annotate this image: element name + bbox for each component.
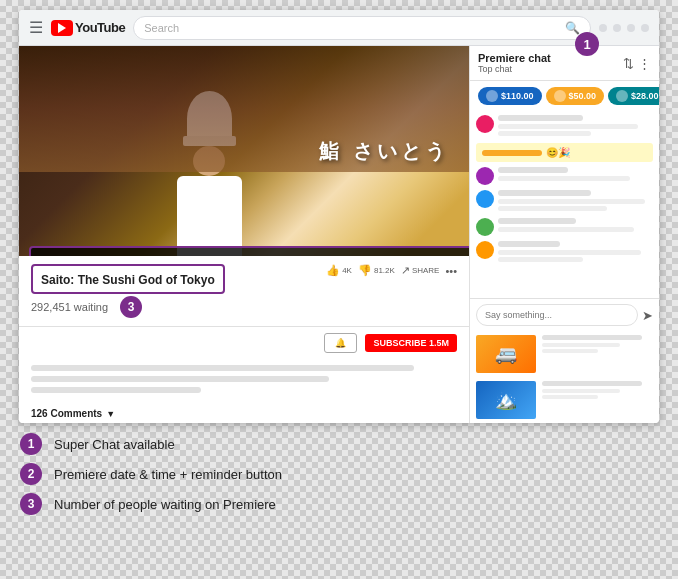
browser-dot-2: [613, 24, 621, 32]
chat-msg-content-4: [498, 218, 653, 234]
chat-text-2: [498, 176, 630, 181]
desc-line-2: [31, 376, 329, 382]
chat-msg-content-3: [498, 190, 653, 213]
anno-text-2: Premiere date & time + reminder button: [54, 467, 282, 482]
thumbs-down-icon: 👎: [358, 264, 372, 277]
annotation-item-1: 1 Super Chat available: [20, 433, 658, 455]
thumb-sub-2: [542, 389, 620, 393]
subscribe-button[interactable]: SUBSCRIBE 1.5M: [365, 334, 457, 352]
sc-amount-1: $110.00: [501, 91, 534, 101]
share-icon: ↗: [401, 264, 410, 277]
chat-title: Premiere chat: [478, 52, 551, 64]
sc-avatar-1: [486, 90, 498, 102]
subscribe-row: 🔔 SUBSCRIBE 1.5M: [19, 327, 469, 359]
thumbnail-item-1[interactable]: 🚐: [470, 331, 659, 377]
thumbnail-item-2[interactable]: 🏔️: [470, 377, 659, 423]
chat-message-2: [476, 167, 653, 185]
chat-message-1: [476, 115, 653, 138]
highlight-emoji: 😊🎉: [546, 147, 570, 158]
thumb-vehicle-icon: 🚐: [476, 335, 536, 373]
chat-header-icons: ⇅ ⋮: [623, 56, 651, 71]
chat-text-1b: [498, 131, 591, 136]
chat-text-5b: [498, 257, 583, 262]
browser-dot-3: [627, 24, 635, 32]
japanese-text: 鮨 さいとう: [319, 138, 449, 165]
chat-text-3b: [498, 206, 607, 211]
thumb-landscape-icon: 🏔️: [476, 381, 536, 419]
chat-message-3: [476, 190, 653, 213]
comments-section: 126 Comments ▼: [19, 404, 469, 423]
chat-name-2: [498, 167, 568, 173]
chat-avatar-2: [476, 167, 494, 185]
highlight-bar: [482, 150, 542, 156]
thumb-sub-1: [542, 343, 620, 347]
like-button[interactable]: 👍 4K: [326, 264, 352, 277]
thumb-info-2: [542, 381, 653, 401]
chat-messages: 😊🎉: [470, 111, 659, 298]
chat-highlight-message: 😊🎉: [476, 143, 653, 162]
waiting-count: 292,451 waiting: [31, 301, 108, 313]
chat-input[interactable]: [476, 304, 638, 326]
browser-dot-4: [641, 24, 649, 32]
like-count: 4K: [342, 266, 352, 275]
annotation-item-3: 3 Number of people waiting on Premiere: [20, 493, 658, 515]
dislike-count: 81.2K: [374, 266, 395, 275]
chat-avatar-4: [476, 218, 494, 236]
anno-badge-3: 3: [20, 493, 42, 515]
notification-button[interactable]: 🔔: [324, 333, 357, 353]
superchat-pill-2[interactable]: $50.00: [546, 87, 605, 105]
thumb-info-1: [542, 335, 653, 355]
send-icon[interactable]: ➤: [642, 308, 653, 323]
sc-avatar-3: [616, 90, 628, 102]
more-chat-icon[interactable]: ⋮: [638, 56, 651, 71]
thumb-title-2: [542, 381, 642, 386]
filter-icon[interactable]: ⇅: [623, 56, 634, 71]
superchat-pills: $110.00 $50.00 $28.00: [470, 81, 659, 111]
dislike-button[interactable]: 👎 81.2K: [358, 264, 395, 277]
browser-window: ☰ YouTube Search 🔍: [19, 10, 659, 423]
desc-line-3: [31, 387, 201, 393]
more-icon: •••: [445, 265, 457, 277]
chat-text-4: [498, 227, 634, 232]
premiere-overlay: 2 ((·)) Premieres in 55 minutes Septembe…: [29, 246, 469, 256]
video-actions: 👍 4K 👎 81.2K ↗ SHARE •••: [326, 264, 457, 277]
more-button[interactable]: •••: [445, 265, 457, 277]
youtube-logo[interactable]: YouTube: [51, 20, 125, 36]
thumb-sub-2b: [542, 395, 598, 399]
anno-badge-1: 1: [20, 433, 42, 455]
chat-subtitle: Top chat: [478, 64, 551, 74]
search-bar[interactable]: Search 🔍: [133, 16, 591, 40]
hamburger-icon[interactable]: ☰: [29, 18, 43, 37]
chat-avatar-5: [476, 241, 494, 259]
comments-count: 126 Comments: [31, 408, 102, 419]
video-background: 鮨 さいとう: [19, 46, 469, 256]
annotation-item-2: 2 Premiere date & time + reminder button: [20, 463, 658, 485]
anno-text-1: Super Chat available: [54, 437, 175, 452]
video-title-row: Saito: The Sushi God of Tokyo 👍 4K 👎 81.…: [31, 264, 457, 294]
video-player[interactable]: 鮨 さいとう 2 ((·)) Premieres in 55 minutes S…: [19, 46, 469, 256]
superchat-pill-3[interactable]: $28.00: [608, 87, 659, 105]
chat-text-3: [498, 199, 645, 204]
video-title-box: Saito: The Sushi God of Tokyo: [31, 264, 225, 294]
video-wrapper: 鮨 さいとう 2 ((·)) Premieres in 55 minutes S…: [19, 46, 469, 256]
chat-input-area: ➤: [470, 298, 659, 331]
chat-panel: 1 Premiere chat Top chat ⇅ ⋮ $110.00: [469, 46, 659, 423]
thumb-image-1: 🚐: [476, 335, 536, 373]
yt-logo-text: YouTube: [75, 20, 125, 35]
sc-amount-3: $28.00: [631, 91, 659, 101]
chat-avatar-3: [476, 190, 494, 208]
badge-3: 3: [120, 296, 142, 318]
video-info: Saito: The Sushi God of Tokyo 👍 4K 👎 81.…: [19, 256, 469, 327]
browser-chrome: ☰ YouTube Search 🔍: [19, 10, 659, 46]
browser-dot-1: [599, 24, 607, 32]
superchat-pill-1[interactable]: $110.00: [478, 87, 542, 105]
chat-title-block: Premiere chat Top chat: [478, 52, 551, 74]
thumb-image-2: 🏔️: [476, 381, 536, 419]
badge-1: 1: [575, 32, 599, 56]
subscriber-count: 1.5M: [429, 338, 449, 348]
comments-label[interactable]: 126 Comments ▼: [31, 408, 457, 419]
thumbnails-area: 🚐 🏔️: [470, 331, 659, 423]
anno-badge-2: 2: [20, 463, 42, 485]
share-button[interactable]: ↗ SHARE: [401, 264, 440, 277]
chat-message-4: [476, 218, 653, 236]
